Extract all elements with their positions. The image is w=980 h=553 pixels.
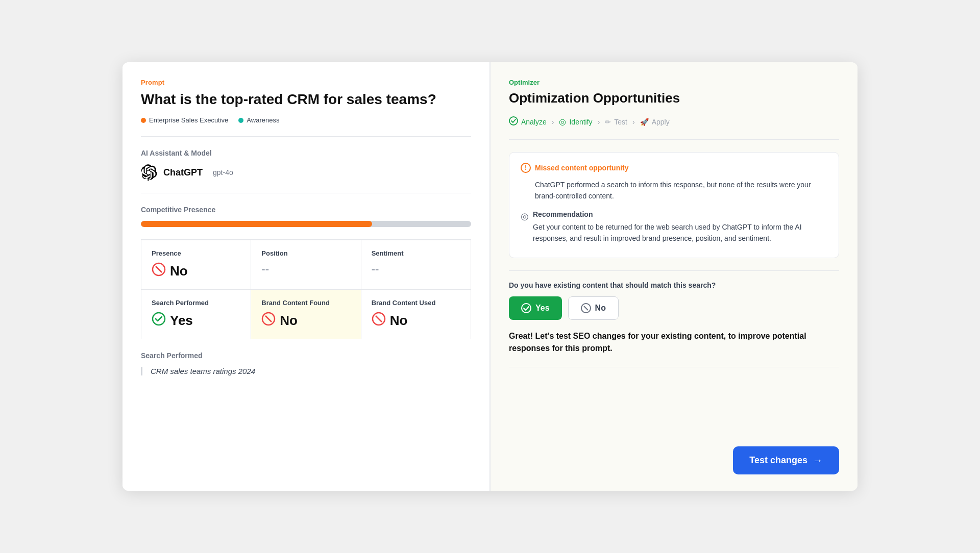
dot-orange <box>141 118 146 123</box>
identify-icon: ◎ <box>559 117 566 127</box>
step-analyze: Analyze <box>509 116 547 127</box>
step-apply: 🚀 Apply <box>640 118 670 126</box>
test-changes-button[interactable]: Test changes → <box>733 446 839 474</box>
svg-line-4 <box>265 316 272 322</box>
no-button[interactable]: No <box>568 296 619 320</box>
warning-icon: ! <box>521 163 531 173</box>
opportunity-title: Missed content opportunity <box>535 164 629 172</box>
apply-icon: 🚀 <box>640 118 649 126</box>
right-footer: Test changes → <box>509 446 839 474</box>
step-sep-3: › <box>632 118 635 126</box>
metric-brand-content-found: Brand Content Found No <box>251 290 361 339</box>
no-icon-brand-found <box>261 312 276 330</box>
svg-line-10 <box>584 306 588 310</box>
chatgpt-icon <box>141 164 157 181</box>
yes-button[interactable]: Yes <box>509 296 562 320</box>
optimizer-label: Optimizer <box>509 79 839 86</box>
opportunity-text: ChatGPT performed a search to inform thi… <box>521 179 827 202</box>
competitive-title: Competitive Presence <box>141 206 471 214</box>
optimizer-title: Optimization Opportunities <box>509 90 839 106</box>
search-query: CRM sales teams ratings 2024 <box>141 367 471 375</box>
model-version: gpt-4o <box>213 168 233 177</box>
step-sep-1: › <box>552 118 554 126</box>
step-sep-2: › <box>598 118 600 126</box>
brand-content-found-value: No <box>280 313 298 329</box>
steps-row: Analyze › ◎ Identify › ✏ Test › 🚀 Apply <box>509 116 839 140</box>
step-identify: ◎ Identify <box>559 117 592 127</box>
opportunity-card: ! Missed content opportunity ChatGPT per… <box>509 152 839 258</box>
recommendation-text: Get your content to be returned for the … <box>533 221 827 244</box>
right-panel: Optimizer Optimization Opportunities Ana… <box>491 62 857 491</box>
yes-check-icon <box>521 303 531 313</box>
svg-point-8 <box>522 304 531 313</box>
yes-icon-search <box>152 312 166 330</box>
recommendation-label: Recommendation <box>533 210 827 218</box>
search-section-title: Search Performed <box>141 351 471 360</box>
tag-enterprise: Enterprise Sales Executive <box>141 116 228 124</box>
progress-bar-fill <box>141 221 372 227</box>
metric-brand-content-used: Brand Content Used No <box>361 290 471 339</box>
presence-value: No <box>170 263 188 279</box>
no-circle-icon <box>581 303 591 313</box>
test-icon: ✏ <box>605 118 611 126</box>
model-name: ChatGPT <box>163 167 203 178</box>
recommendation-icon: ◎ <box>521 211 529 222</box>
recommendation-row: ◎ Recommendation Get your content to be … <box>521 210 827 244</box>
svg-line-6 <box>376 316 382 322</box>
ai-section-title: AI Assistant & Model <box>141 149 471 157</box>
tag-awareness: Awareness <box>238 116 279 124</box>
ai-section: AI Assistant & Model ChatGPT gpt-4o <box>141 137 471 193</box>
arrow-right-icon: → <box>813 455 823 466</box>
left-panel: Prompt What is the top-rated CRM for sal… <box>122 62 491 491</box>
opportunity-header: ! Missed content opportunity <box>521 163 827 173</box>
search-section: Search Performed CRM sales teams ratings… <box>141 339 471 388</box>
metric-sentiment: Sentiment -- <box>361 240 471 290</box>
competitive-section: Competitive Presence <box>141 193 471 240</box>
svg-line-1 <box>156 266 162 272</box>
brand-content-used-value: No <box>390 313 408 329</box>
prompt-title: What is the top-rated CRM for sales team… <box>141 90 471 108</box>
no-icon-presence <box>152 262 166 280</box>
dot-teal <box>238 118 243 123</box>
analyze-icon <box>509 116 518 127</box>
progress-bar-track <box>141 221 471 227</box>
metric-search-performed: Search Performed Yes <box>141 290 251 339</box>
tags-row: Enterprise Sales Executive Awareness <box>141 116 471 137</box>
prompt-label: Prompt <box>141 79 471 86</box>
svg-point-7 <box>509 117 518 125</box>
metrics-grid: Presence No Position -- Sentiment -- <box>141 240 471 339</box>
svg-point-2 <box>153 313 165 325</box>
result-text: Great! Let's test SEO changes for your e… <box>509 330 839 367</box>
search-performed-value: Yes <box>170 313 193 329</box>
step-test: ✏ Test <box>605 118 627 126</box>
metric-position: Position -- <box>251 240 361 290</box>
question-section: Do you have existing content that should… <box>509 270 839 390</box>
yn-buttons: Yes No <box>509 296 839 320</box>
no-icon-brand-used <box>372 312 386 330</box>
position-value: -- <box>261 262 269 275</box>
metric-presence: Presence No <box>141 240 251 290</box>
sentiment-value: -- <box>372 262 379 275</box>
model-row: ChatGPT gpt-4o <box>141 164 471 181</box>
question-text: Do you have existing content that should… <box>509 281 839 289</box>
